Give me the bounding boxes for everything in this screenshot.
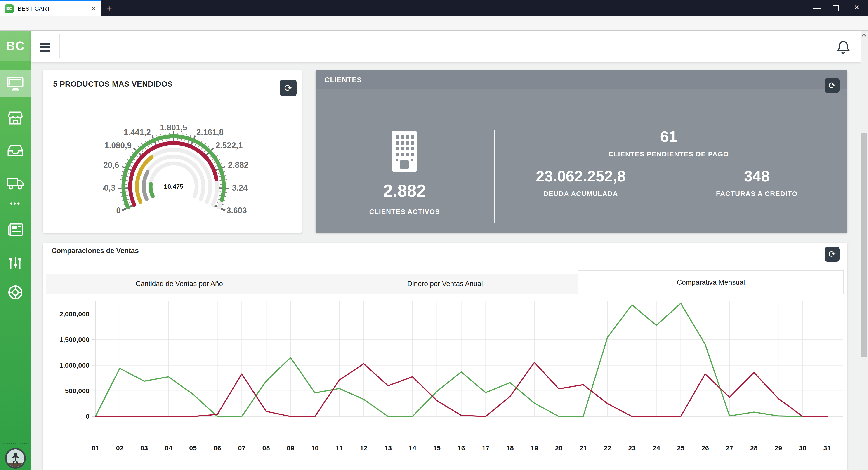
- active-clients-value: 2.882: [383, 181, 426, 200]
- svg-text:04: 04: [165, 444, 173, 452]
- more-dots-icon: •••: [10, 199, 21, 208]
- scrollbar-thumb[interactable]: [861, 133, 867, 357]
- active-clients-label: CLIENTES ACTIVOS: [369, 208, 440, 216]
- header-separator: [59, 34, 60, 58]
- svg-text:08: 08: [262, 444, 270, 452]
- svg-text:1,000,000: 1,000,000: [59, 362, 90, 369]
- svg-text:2,000,000: 2,000,000: [59, 310, 90, 318]
- truck-icon: [7, 177, 24, 190]
- pending-clients-label: CLIENTES PENDIENTES DE PAGO: [608, 150, 729, 158]
- monitor-icon: [7, 76, 24, 91]
- svg-text:05: 05: [189, 444, 197, 452]
- top-products-title: 5 PRODUCTOS MAS VENDIDOS: [53, 80, 173, 88]
- clients-card-header: [315, 70, 847, 90]
- window-maximize-icon[interactable]: [833, 5, 839, 11]
- svg-text:1.801,5: 1.801,5: [160, 123, 187, 132]
- sidebar-item-dashboard[interactable]: [0, 70, 31, 97]
- monthly-comparison-line-chart: 0102030405060708091011121314151617181920…: [43, 296, 847, 470]
- svg-text:720,6: 720,6: [103, 160, 119, 170]
- svg-text:22: 22: [604, 444, 611, 452]
- accumulated-debt-label: DEUDA ACUMULADA: [544, 190, 618, 197]
- svg-text:13: 13: [384, 444, 392, 452]
- browser-nav-bar: ← → ⟳ ⌂ ⓘ https://cetebedi.softbestcart.…: [0, 16, 868, 31]
- svg-text:10.475: 10.475: [164, 183, 183, 190]
- svg-text:12: 12: [360, 444, 367, 452]
- svg-text:1,500,000: 1,500,000: [59, 336, 90, 343]
- svg-text:11: 11: [336, 444, 343, 452]
- site-favicon: BC: [4, 4, 13, 13]
- svg-text:1.441,2: 1.441,2: [124, 128, 151, 137]
- clients-title: CLIENTES: [324, 76, 362, 84]
- inbox-icon: [7, 144, 24, 157]
- svg-text:23: 23: [628, 444, 636, 452]
- credit-invoices-label: FACTURAS A CREDITO: [716, 190, 798, 197]
- pending-clients-value: 61: [660, 128, 677, 145]
- sidebar-item-inbox[interactable]: [0, 137, 31, 164]
- window-minimize-icon[interactable]: [813, 8, 821, 9]
- svg-text:16: 16: [458, 444, 465, 452]
- svg-text:17: 17: [482, 444, 489, 452]
- avatar-photo: [6, 449, 24, 467]
- svg-text:01: 01: [92, 444, 99, 452]
- building-icon: [392, 131, 417, 172]
- svg-text:07: 07: [238, 444, 246, 452]
- tab-dinero-ventas-anual[interactable]: Dinero por Ventas Anual: [312, 274, 578, 294]
- svg-text:10: 10: [311, 444, 318, 452]
- sidebar-item-support[interactable]: [0, 279, 31, 306]
- tab-label: Comparativa Mensual: [677, 278, 745, 286]
- svg-text:27: 27: [726, 444, 733, 452]
- accumulated-debt-value: 23.062.252,8: [536, 167, 625, 185]
- new-tab-icon[interactable]: +: [106, 3, 112, 14]
- svg-text:360,3: 360,3: [103, 183, 115, 192]
- sales-comparison-title: Comparaciones de Ventas: [52, 247, 139, 255]
- clients-refresh-button[interactable]: ⟳: [825, 78, 839, 93]
- svg-text:19: 19: [531, 444, 538, 452]
- tab-label: Cantidad de Ventas por Año: [135, 280, 223, 288]
- sliders-icon: [8, 256, 23, 270]
- svg-text:14: 14: [409, 444, 416, 452]
- svg-text:3.603: 3.603: [226, 206, 247, 215]
- browser-tab[interactable]: BC BEST CART ✕: [0, 0, 101, 16]
- sales-comparison-refresh-button[interactable]: ⟳: [825, 247, 839, 262]
- svg-text:06: 06: [214, 444, 221, 452]
- credit-invoices-value: 348: [744, 167, 770, 185]
- svg-text:2.882,4: 2.882,4: [228, 160, 248, 170]
- tab-label: Dinero por Ventas Anual: [407, 280, 483, 288]
- browser-tab-bar: BC BEST CART ✕ + ✕: [0, 0, 868, 16]
- svg-text:29: 29: [775, 444, 782, 452]
- app-logo[interactable]: BC: [0, 31, 31, 61]
- app-menu-icon[interactable]: [39, 41, 50, 54]
- svg-text:25: 25: [677, 444, 684, 452]
- tab-cantidad-ventas-anio[interactable]: Cantidad de Ventas por Año: [46, 274, 312, 294]
- notifications-bell-icon[interactable]: [836, 40, 850, 55]
- top-products-refresh-button[interactable]: ⟳: [280, 80, 297, 96]
- sidebar-item-store[interactable]: [0, 104, 31, 131]
- svg-text:2.522,1: 2.522,1: [216, 141, 243, 150]
- sidebar-item-more[interactable]: •••: [0, 192, 31, 215]
- svg-text:24: 24: [653, 444, 660, 452]
- tab-title: BEST CART: [18, 5, 91, 12]
- sidebar-item-reports[interactable]: [0, 216, 31, 243]
- svg-text:28: 28: [750, 444, 758, 452]
- lifebuoy-icon: [8, 285, 23, 300]
- refresh-icon: ⟳: [829, 249, 836, 259]
- svg-text:0: 0: [116, 206, 121, 215]
- svg-text:18: 18: [506, 444, 514, 452]
- svg-text:500,000: 500,000: [65, 387, 90, 395]
- svg-text:02: 02: [116, 444, 123, 452]
- svg-text:21: 21: [579, 444, 587, 452]
- svg-text:0: 0: [86, 413, 90, 420]
- svg-text:3.242,7: 3.242,7: [232, 183, 248, 192]
- svg-text:09: 09: [287, 444, 294, 452]
- svg-text:26: 26: [702, 444, 709, 452]
- svg-text:20: 20: [555, 444, 562, 452]
- refresh-icon: ⟳: [284, 83, 292, 94]
- svg-text:2.161,8: 2.161,8: [196, 128, 223, 137]
- user-avatar[interactable]: [5, 448, 26, 469]
- window-close-icon[interactable]: ✕: [854, 4, 859, 11]
- svg-text:30: 30: [799, 444, 806, 452]
- svg-text:1.080,9: 1.080,9: [104, 141, 131, 150]
- sidebar-item-settings[interactable]: [0, 249, 31, 277]
- tab-close-icon[interactable]: ✕: [91, 5, 96, 12]
- tab-comparativa-mensual[interactable]: Comparativa Mensual: [578, 270, 844, 294]
